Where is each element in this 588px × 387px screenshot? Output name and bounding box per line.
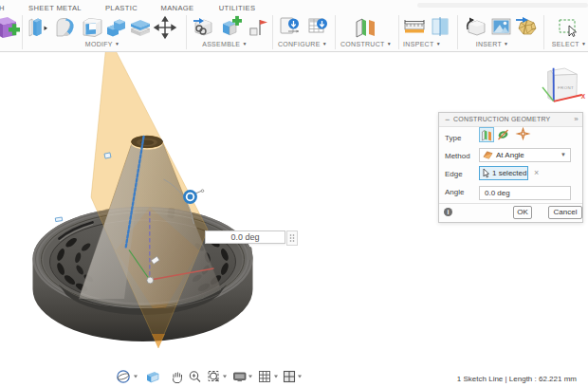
svg-text:X: X — [581, 93, 586, 100]
svg-text:FRONT: FRONT — [558, 85, 574, 90]
